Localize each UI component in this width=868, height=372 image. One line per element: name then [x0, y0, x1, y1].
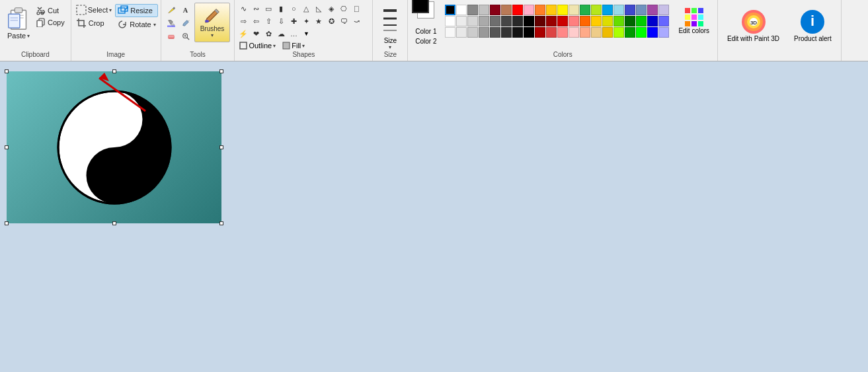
- edit-paint3d-button[interactable]: 3D Edit with Paint 3D: [722, 6, 785, 46]
- color-crimson[interactable]: [557, 16, 568, 26]
- right-arrow-shape[interactable]: ⇨: [237, 15, 249, 27]
- lightning-shape[interactable]: ⚡: [237, 28, 249, 40]
- paste-button[interactable]: Paste ▾: [4, 3, 33, 41]
- color-medgray[interactable]: [479, 16, 489, 26]
- color-amber[interactable]: [602, 27, 613, 38]
- color-lightred[interactable]: [557, 27, 568, 38]
- color-indigo[interactable]: [625, 5, 635, 15]
- color-silver[interactable]: [467, 27, 478, 38]
- product-alert-button[interactable]: i Product alert: [789, 6, 837, 46]
- color-cream[interactable]: [569, 5, 579, 15]
- color-blue2[interactable]: [647, 27, 658, 38]
- cut-button[interactable]: Cut: [34, 5, 67, 16]
- color-brown[interactable]: [501, 5, 512, 15]
- pentagon-shape[interactable]: ⎔: [338, 3, 350, 15]
- down-arrow-shape[interactable]: ⇩: [275, 15, 287, 27]
- bezier-shape[interactable]: ∾: [250, 3, 262, 15]
- handle-br[interactable]: [219, 221, 223, 225]
- color-nearblack[interactable]: [512, 16, 523, 26]
- rect-shape[interactable]: ▭: [262, 3, 274, 15]
- left-arrow-shape[interactable]: ⇦: [250, 15, 262, 27]
- color-black[interactable]: [445, 5, 455, 15]
- up-arrow-shape[interactable]: ⇧: [262, 15, 274, 27]
- fill-tool[interactable]: [165, 17, 177, 29]
- color-silvergray[interactable]: [467, 16, 478, 26]
- color-lightgray[interactable]: [479, 5, 489, 15]
- color-darkgreen[interactable]: [625, 16, 635, 26]
- color-red2[interactable]: [546, 27, 557, 38]
- callout-shape[interactable]: 🗨: [338, 15, 350, 27]
- color-black2[interactable]: [524, 16, 534, 26]
- color-green[interactable]: [580, 5, 590, 15]
- heart-shape[interactable]: ❤: [250, 28, 262, 40]
- handle-bl[interactable]: [5, 221, 9, 225]
- color-steelblue[interactable]: [636, 5, 647, 15]
- color-purple[interactable]: [647, 5, 658, 15]
- color-white[interactable]: [456, 5, 467, 15]
- magnify-tool[interactable]: [180, 30, 192, 42]
- handle-tl[interactable]: [5, 69, 9, 73]
- color-gold[interactable]: [591, 16, 602, 26]
- color-yellow-orange[interactable]: [546, 5, 557, 15]
- triangle-shape[interactable]: △: [300, 3, 312, 15]
- handle-mr[interactable]: [219, 145, 223, 149]
- color-darkyellow[interactable]: [602, 16, 613, 26]
- color-lightblue[interactable]: [613, 5, 624, 15]
- eraser-tool[interactable]: [165, 30, 177, 42]
- flower-shape[interactable]: ✿: [262, 28, 274, 40]
- color-medsilver[interactable]: [479, 27, 489, 38]
- resize-button[interactable]: Resize: [115, 4, 157, 17]
- fill-button[interactable]: Fill ▾: [280, 41, 307, 50]
- eyedropper-tool[interactable]: [180, 17, 192, 29]
- curve-shape[interactable]: ∿: [237, 3, 249, 15]
- pencil-tool[interactable]: [165, 4, 177, 16]
- color1-button[interactable]: Color 1: [413, 26, 439, 36]
- color-yellow[interactable]: [557, 5, 568, 15]
- copy-button[interactable]: Copy: [34, 17, 67, 28]
- star5-shape[interactable]: ★: [313, 15, 325, 27]
- color-darkdim[interactable]: [501, 27, 512, 38]
- hexagon-shape[interactable]: ⎕: [350, 3, 362, 15]
- color-lavender[interactable]: [658, 5, 669, 15]
- color2-button[interactable]: Color 2: [413, 36, 439, 46]
- edit-colors-button[interactable]: Edit colors: [674, 5, 713, 38]
- color-darkred[interactable]: [490, 5, 500, 15]
- color-nearwhite[interactable]: [456, 16, 467, 26]
- color-charcoal[interactable]: [501, 16, 512, 26]
- crop-button[interactable]: Crop: [74, 17, 114, 29]
- color-red[interactable]: [512, 5, 523, 15]
- color-yellow-green[interactable]: [613, 27, 624, 38]
- handle-tm[interactable]: [112, 69, 116, 73]
- color-orange[interactable]: [535, 5, 545, 15]
- color-darkmaroon[interactable]: [535, 16, 545, 26]
- color-blue[interactable]: [602, 5, 613, 15]
- color-dim[interactable]: [490, 27, 500, 38]
- color-lightperiwinkle[interactable]: [658, 27, 669, 38]
- cloud-shape[interactable]: ☁: [275, 28, 287, 40]
- rounded-rect-shape[interactable]: ▮: [275, 3, 287, 15]
- ellipse-shape[interactable]: ○: [288, 3, 299, 15]
- color-almostblack[interactable]: [512, 27, 523, 38]
- star4-shape[interactable]: ✦: [300, 15, 312, 27]
- shapes-scroll-down[interactable]: ▼: [300, 28, 312, 40]
- color-darkorange[interactable]: [580, 16, 590, 26]
- brushes-button[interactable]: Brushes ▾: [194, 3, 231, 42]
- canvas-area[interactable]: [0, 61, 868, 372]
- color-verylightgray[interactable]: [456, 27, 467, 38]
- color-salmon[interactable]: [569, 16, 579, 26]
- select-button[interactable]: Select ▾: [74, 4, 114, 16]
- handle-bm[interactable]: [112, 221, 116, 225]
- color-periwinkle[interactable]: [658, 16, 669, 26]
- color-verylightred[interactable]: [569, 27, 579, 38]
- handle-ml[interactable]: [5, 145, 9, 149]
- color-lime2[interactable]: [636, 27, 647, 38]
- more-shapes[interactable]: …: [288, 28, 299, 40]
- handle-tr[interactable]: [219, 69, 223, 73]
- color-darkgray[interactable]: [490, 16, 500, 26]
- color-tan[interactable]: [591, 27, 602, 38]
- color-pink[interactable]: [524, 5, 534, 15]
- star6-shape[interactable]: ✪: [325, 15, 337, 27]
- 4-arrow-shape[interactable]: ✚: [288, 15, 299, 27]
- color-darkred2[interactable]: [535, 27, 545, 38]
- color-maroon[interactable]: [546, 16, 557, 26]
